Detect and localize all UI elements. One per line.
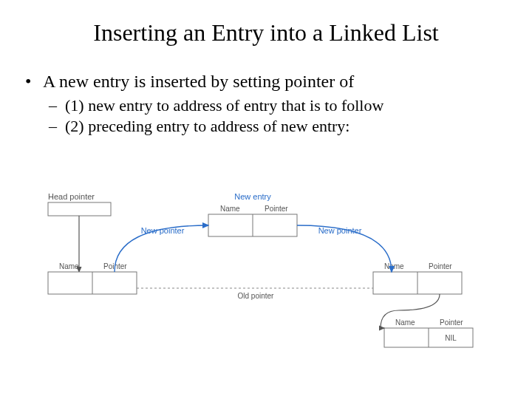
right-pointer-label: Pointer (429, 262, 452, 270)
sub-bullet-item: – (2) preceding entry to address of new … (49, 117, 532, 136)
head-pointer-box (48, 202, 111, 216)
sub-bullet-item: – (1) new entry to address of entry that… (49, 96, 532, 115)
right-name-label: Name (384, 262, 404, 270)
new-pointer-right-label: New pointer (318, 226, 362, 235)
sub-bullet-text: (1) new entry to address of entry that i… (65, 96, 383, 115)
head-pointer-label: Head pointer (48, 192, 95, 201)
nil-value: NIL (445, 334, 457, 342)
bullet-marker: • (25, 72, 43, 92)
bullet-list: • A new entry is inserted by setting poi… (25, 72, 532, 92)
bullet-item: • A new entry is inserted by setting poi… (25, 72, 532, 92)
slide-title: Inserting an Entry into a Linked List (0, 19, 532, 47)
left-name-label: Name (59, 262, 79, 270)
old-pointer-label: Old pointer (238, 292, 275, 300)
sub-bullet-marker: – (49, 117, 65, 136)
new-entry-label: New entry (234, 192, 271, 201)
new-entry-pointer-label: Pointer (265, 205, 288, 213)
sub-bullet-text: (2) preceding entry to address of new en… (65, 117, 349, 136)
linked-list-diagram: Head pointer New entry Name Pointer Name… (44, 192, 488, 362)
nil-name-label: Name (395, 318, 415, 327)
bullet-text: A new entry is inserted by setting point… (43, 72, 354, 92)
new-entry-name-label: Name (220, 205, 240, 213)
sub-bullet-list: – (1) new entry to address of entry that… (49, 96, 532, 136)
nil-pointer-label: Pointer (440, 318, 463, 327)
sub-bullet-marker: – (49, 96, 65, 115)
